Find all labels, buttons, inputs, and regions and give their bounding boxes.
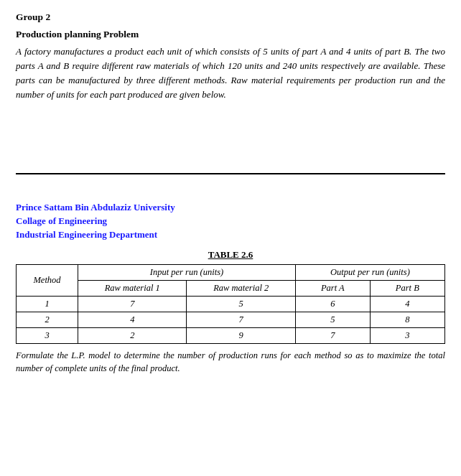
table-cell: 4 bbox=[370, 296, 444, 312]
table-row: 24758 bbox=[17, 312, 445, 327]
table-row: 32973 bbox=[17, 327, 445, 343]
table-cell: 8 bbox=[370, 312, 444, 327]
col-output: Output per run (units) bbox=[295, 264, 444, 280]
group-title: Group 2 bbox=[16, 11, 445, 23]
table-cell: 7 bbox=[187, 312, 295, 327]
table-cell: 6 bbox=[295, 296, 370, 312]
body-text: A factory manufactures a product each un… bbox=[16, 45, 445, 103]
table-header-row1: Method Input per run (units) Output per … bbox=[17, 264, 445, 280]
table-cell: 7 bbox=[78, 296, 187, 312]
table-header-row2: Raw material 1 Raw material 2 Part A Par… bbox=[17, 280, 445, 296]
table-cell: 2 bbox=[78, 327, 187, 343]
table-cell: 5 bbox=[187, 296, 295, 312]
table-cell: 4 bbox=[78, 312, 187, 327]
table-cell: 9 bbox=[187, 327, 295, 343]
col-raw1: Raw material 1 bbox=[78, 280, 187, 296]
table-cell: 2 bbox=[17, 312, 78, 327]
table-row: 17564 bbox=[17, 296, 445, 312]
table-caption: Formulate the L.P. model to determine th… bbox=[16, 349, 445, 376]
col-method: Method bbox=[17, 264, 78, 296]
institution-line-3: Industrial Engineering Department bbox=[16, 229, 445, 241]
table-cell: 3 bbox=[17, 327, 78, 343]
table-cell: 7 bbox=[295, 327, 370, 343]
col-parta: Part A bbox=[295, 280, 370, 296]
institution-line-2: Collage of Engineering bbox=[16, 215, 445, 227]
col-input: Input per run (units) bbox=[78, 264, 296, 280]
table-cell: 1 bbox=[17, 296, 78, 312]
table-cell: 5 bbox=[295, 312, 370, 327]
col-partb: Part B bbox=[370, 280, 444, 296]
institution-line-1: Prince Sattam Bin Abdulaziz University bbox=[16, 202, 445, 213]
table-cell: 3 bbox=[370, 327, 444, 343]
production-table: Method Input per run (units) Output per … bbox=[16, 264, 445, 344]
table-title: TABLE 2.6 bbox=[16, 249, 445, 261]
col-raw2: Raw material 2 bbox=[187, 280, 295, 296]
section-title: Production planning Problem bbox=[16, 29, 445, 40]
